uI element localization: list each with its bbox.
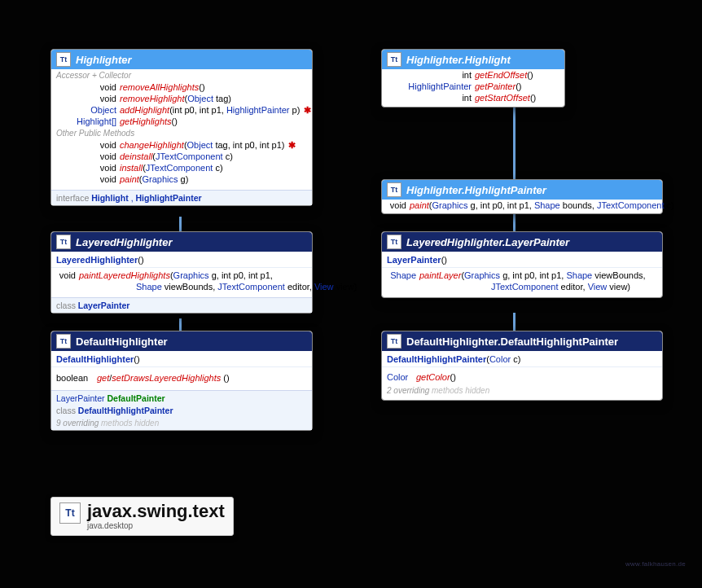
credit: www.falkhausen.de xyxy=(625,560,686,568)
member: void paintLayeredHighlights(Graphics g, … xyxy=(51,270,312,281)
footer-2: class DefaultHighlightPainter xyxy=(51,406,312,418)
tt-icon: Tt xyxy=(56,334,71,349)
throws-icon: ✱ xyxy=(288,140,296,150)
footer-inner: class LayerPainter xyxy=(51,297,312,313)
member: HighlightPainter getPainter() xyxy=(382,81,564,92)
title-text: Highlighter.HighlightPainter xyxy=(406,184,546,196)
conn-highlight-hp xyxy=(513,107,516,180)
title-highlight: Tt Highlighter.Highlight xyxy=(382,50,564,69)
title-text: Highlighter xyxy=(76,54,132,66)
member: Object addHighlight(int p0, int p1, High… xyxy=(51,104,312,116)
throws-icon: ✱ xyxy=(304,105,311,115)
member: void install(JTextComponent c) xyxy=(51,162,312,173)
footer-hidden: 2 overriding methods hidden xyxy=(382,385,662,400)
tt-icon: Tt xyxy=(59,502,81,524)
tt-icon: Tt xyxy=(56,235,71,249)
conn-hp-lp xyxy=(513,213,516,231)
tt-icon: Tt xyxy=(387,235,401,249)
member-cont: JTextComponent editor, View view) xyxy=(382,281,662,297)
constructor: LayeredHighlighter() xyxy=(51,252,312,265)
package-name: javax.swing.text xyxy=(87,502,225,520)
tt-icon: Tt xyxy=(56,52,71,67)
title-text: LayeredHighlighter xyxy=(76,236,172,248)
section-accessor: Accessor + Collector xyxy=(51,69,312,81)
conn-lp-defhp xyxy=(513,313,516,331)
footer-1: LayerPainter DefaultPainter xyxy=(51,390,312,406)
member: Shape paintLayer(Graphics g, int p0, int… xyxy=(382,270,662,281)
class-defhp: Tt DefaultHighlighter.DefaultHighlightPa… xyxy=(381,331,663,401)
title-text: DefaultHighlighter xyxy=(76,336,168,348)
footer-hidden: 9 overriding methods hidden xyxy=(51,418,312,430)
member: int getStartOffset() xyxy=(382,92,564,107)
title-text: LayeredHighlighter.LayerPainter xyxy=(406,236,569,248)
class-defh: Tt DefaultHighlighter DefaultHighlighter… xyxy=(50,331,313,431)
class-lp: Tt LayeredHighlighter.LayerPainter Layer… xyxy=(381,231,663,298)
tt-icon: Tt xyxy=(387,182,401,197)
tt-icon: Tt xyxy=(387,52,401,67)
title-highlighter: Tt Highlighter xyxy=(51,50,312,69)
class-highlight: Tt Highlighter.Highlight int getEndOffse… xyxy=(381,49,565,108)
constructor: DefaultHighlightPainter(Color c) xyxy=(382,351,662,365)
member: Highlight[] getHighlights() xyxy=(51,116,312,127)
constructor: DefaultHighlighter() xyxy=(51,351,312,365)
title-defhp: Tt DefaultHighlighter.DefaultHighlightPa… xyxy=(382,331,662,351)
footer-inner: interface Highlight , HighlightPainter xyxy=(51,190,312,205)
member: void paint(Graphics g, int p0, int p1, S… xyxy=(382,200,662,213)
tt-icon: Tt xyxy=(387,334,401,349)
title-defh: Tt DefaultHighlighter xyxy=(51,331,312,351)
member-cont: Shape viewBounds, JTextComponent editor,… xyxy=(51,281,312,292)
title-lp: Tt LayeredHighlighter.LayerPainter xyxy=(382,232,662,252)
member: void removeAllHighlights() xyxy=(51,81,312,93)
class-hp: Tt Highlighter.HighlightPainter void pai… xyxy=(381,179,663,214)
divider xyxy=(382,366,662,367)
package-label: Tt javax.swing.text java.desktop xyxy=(50,497,234,536)
member: void paint(Graphics g) xyxy=(51,173,312,185)
member: void changeHighlight(Object tag, int p0,… xyxy=(51,139,312,151)
class-highlighter: Tt Highlighter Accessor + Collector void… xyxy=(50,49,313,206)
member: void deinstall(JTextComponent c) xyxy=(51,151,312,162)
title-text: Highlighter.Highlight xyxy=(406,54,511,66)
class-layered: Tt LayeredHighlighter LayeredHighlighter… xyxy=(50,231,313,314)
member: int getEndOffset() xyxy=(382,69,564,81)
member: void removeHighlight(Object tag) xyxy=(51,93,312,104)
divider xyxy=(382,267,662,268)
constructor: LayerPainter() xyxy=(382,252,662,265)
member: Color getColor() xyxy=(382,369,662,385)
title-text: DefaultHighlighter.DefaultHighlightPaint… xyxy=(406,336,618,348)
divider xyxy=(51,267,312,268)
section-other: Other Public Methods xyxy=(51,127,312,139)
divider xyxy=(51,366,312,367)
title-layered: Tt LayeredHighlighter xyxy=(51,232,312,252)
member: boolean get/setDrawsLayeredHighlights () xyxy=(51,369,312,387)
title-hp: Tt Highlighter.HighlightPainter xyxy=(382,180,662,200)
package-module: java.desktop xyxy=(87,521,225,530)
